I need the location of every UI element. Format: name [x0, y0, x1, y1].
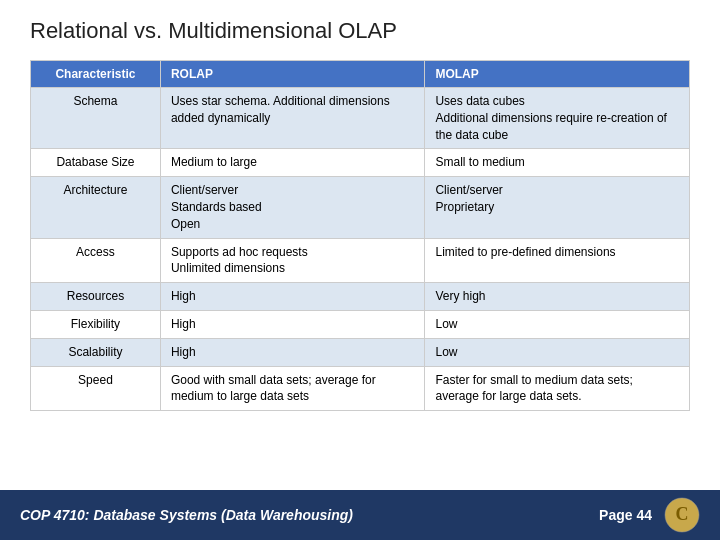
- table-row: Database SizeMedium to largeSmall to med…: [31, 149, 690, 177]
- table-row: SchemaUses star schema. Additional dimen…: [31, 88, 690, 149]
- table-row: AccessSupports ad hoc requestsUnlimited …: [31, 238, 690, 283]
- table-row: SpeedGood with small data sets; average …: [31, 366, 690, 411]
- cell-molap: Low: [425, 338, 690, 366]
- cell-molap: Faster for small to medium data sets; av…: [425, 366, 690, 411]
- cell-characteristic: Speed: [31, 366, 161, 411]
- cell-molap: Low: [425, 310, 690, 338]
- cell-characteristic: Architecture: [31, 177, 161, 238]
- cell-molap: Limited to pre-defined dimensions: [425, 238, 690, 283]
- table-row: ScalabilityHighLow: [31, 338, 690, 366]
- cell-rolap: High: [160, 283, 425, 311]
- header-characteristic: Characteristic: [31, 61, 161, 88]
- cell-molap: Uses data cubesAdditional dimensions req…: [425, 88, 690, 149]
- table-row: FlexibilityHighLow: [31, 310, 690, 338]
- footer-text: COP 4710: Database Systems (Data Warehou…: [20, 507, 353, 523]
- page: Relational vs. Multidimensional OLAP Cha…: [0, 0, 720, 540]
- footer-right: Page 44 C: [599, 497, 700, 533]
- header-rolap: ROLAP: [160, 61, 425, 88]
- cell-rolap: Client/serverStandards basedOpen: [160, 177, 425, 238]
- cell-molap: Small to medium: [425, 149, 690, 177]
- header-molap: MOLAP: [425, 61, 690, 88]
- cell-rolap: Medium to large: [160, 149, 425, 177]
- cell-molap: Client/serverProprietary: [425, 177, 690, 238]
- cell-rolap: High: [160, 338, 425, 366]
- cell-characteristic: Schema: [31, 88, 161, 149]
- table-row: ResourcesHighVery high: [31, 283, 690, 311]
- page-title: Relational vs. Multidimensional OLAP: [30, 18, 690, 44]
- cell-characteristic: Access: [31, 238, 161, 283]
- cell-characteristic: Resources: [31, 283, 161, 311]
- cell-rolap: Supports ad hoc requestsUnlimited dimens…: [160, 238, 425, 283]
- cell-molap: Very high: [425, 283, 690, 311]
- main-content: Relational vs. Multidimensional OLAP Cha…: [0, 0, 720, 490]
- comparison-table: Characteristic ROLAP MOLAP SchemaUses st…: [30, 60, 690, 411]
- footer: COP 4710: Database Systems (Data Warehou…: [0, 490, 720, 540]
- footer-page: Page 44: [599, 507, 652, 523]
- cell-rolap: Uses star schema. Additional dimensions …: [160, 88, 425, 149]
- cell-characteristic: Scalability: [31, 338, 161, 366]
- cell-rolap: Good with small data sets; average for m…: [160, 366, 425, 411]
- table-row: ArchitectureClient/serverStandards based…: [31, 177, 690, 238]
- cell-characteristic: Database Size: [31, 149, 161, 177]
- cell-characteristic: Flexibility: [31, 310, 161, 338]
- svg-text:C: C: [676, 504, 689, 524]
- cell-rolap: High: [160, 310, 425, 338]
- footer-logo-icon: C: [664, 497, 700, 533]
